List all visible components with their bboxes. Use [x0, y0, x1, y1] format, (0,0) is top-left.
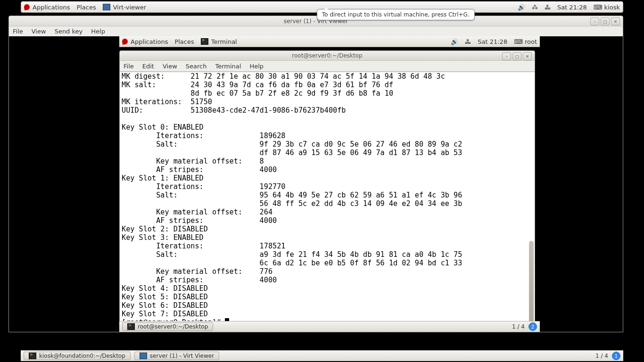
volume-icon[interactable]: 🔊: [451, 38, 458, 45]
clock[interactable]: Sat 21:28: [478, 38, 507, 45]
user-menu[interactable]: ⌨ kiosk: [594, 4, 620, 11]
places-label: Places: [76, 4, 96, 11]
maximize-button[interactable]: ▢: [512, 52, 521, 60]
terminal-window: root@server0:~/Desktop – ▢ ✕ File Edit V…: [119, 50, 535, 328]
active-app[interactable]: Virt-viewer: [103, 4, 146, 11]
terminal-icon: [127, 323, 135, 330]
menu-search[interactable]: Search: [186, 63, 207, 70]
minimize-button[interactable]: –: [590, 17, 599, 25]
bluetooth-icon[interactable]: ⁂: [532, 4, 538, 11]
guest-places-menu[interactable]: Places: [174, 38, 194, 45]
menu-view[interactable]: View: [32, 28, 46, 35]
keyboard-icon: ⌨: [514, 38, 523, 45]
network-icon[interactable]: 🖧: [465, 38, 471, 45]
guest-applications-menu[interactable]: Applications: [122, 38, 168, 45]
clock[interactable]: Sat 21:28: [557, 4, 587, 11]
redhat-icon: [122, 38, 128, 45]
virtview-menubar: File View Send key Help: [9, 26, 623, 37]
guest-display[interactable]: Applications Places Terminal 🔊 🖧 Sat 21:…: [9, 36, 623, 332]
menu-send-key[interactable]: Send key: [55, 28, 83, 35]
taskbar-item-terminal[interactable]: root@server0:~/Desktop: [122, 322, 213, 331]
terminal-icon: [29, 353, 36, 359]
monitor-icon: [140, 353, 147, 359]
redhat-icon: [24, 4, 30, 10]
taskbar-item-terminal[interactable]: kiosk@foundation0:~/Desktop: [24, 352, 131, 360]
host-taskbar: kiosk@foundation0:~/Desktop server (1) -…: [21, 350, 623, 361]
network-icon[interactable]: 🖧: [545, 4, 551, 11]
minimize-button[interactable]: –: [502, 52, 511, 60]
menu-help[interactable]: Help: [249, 63, 264, 70]
taskbar-item-virtviewer[interactable]: server (1) - Virt Viewer: [134, 352, 219, 360]
tooltip: To direct input to this virtual machine,…: [317, 9, 475, 20]
virt-viewer-window: server (1) - Virt Viewer – ▢ ✕ File View…: [8, 16, 623, 332]
menu-file[interactable]: File: [13, 28, 23, 35]
places-menu[interactable]: Places: [76, 4, 96, 11]
scrollbar[interactable]: [529, 72, 534, 328]
workspace-badge[interactable]: 1: [612, 352, 620, 360]
terminal-title: root@server0:~/Desktop: [292, 52, 362, 59]
applications-label: Applications: [33, 4, 70, 11]
menu-file[interactable]: File: [124, 63, 134, 70]
maximize-button[interactable]: ▢: [601, 17, 610, 25]
terminal-body: MK digest: 21 72 2f 1e ac 80 30 a1 90 03…: [122, 72, 462, 318]
terminal-titlebar[interactable]: root@server0:~/Desktop – ▢ ✕: [120, 51, 535, 61]
scrollbar-thumb[interactable]: [529, 241, 534, 328]
guest-taskbar: root@server0:~/Desktop 1 / 4 2: [119, 321, 540, 332]
workspace-indicator[interactable]: 1 / 4: [512, 323, 525, 330]
menu-view[interactable]: View: [163, 63, 177, 70]
volume-icon[interactable]: 🔊: [518, 4, 525, 11]
workspace-badge[interactable]: 2: [528, 322, 537, 331]
close-button[interactable]: ✕: [523, 52, 532, 60]
close-button[interactable]: ✕: [611, 17, 620, 25]
menu-terminal[interactable]: Terminal: [215, 63, 241, 70]
terminal-output[interactable]: MK digest: 21 72 2f 1e ac 80 30 a1 90 03…: [120, 72, 535, 328]
monitor-icon: [103, 4, 110, 10]
window-titlebar[interactable]: server (1) - Virt Viewer – ▢ ✕: [9, 16, 623, 26]
keyboard-icon: ⌨: [594, 4, 603, 11]
applications-menu[interactable]: Applications: [24, 4, 70, 11]
terminal-icon: [201, 38, 208, 45]
terminal-viewport[interactable]: MK digest: 21 72 2f 1e ac 80 30 a1 90 03…: [120, 72, 535, 328]
workspace-indicator[interactable]: 1 / 4: [595, 353, 608, 359]
terminal-menubar: File Edit View Search Terminal Help: [120, 61, 535, 72]
guest-active-app[interactable]: Terminal: [201, 38, 237, 45]
menu-edit[interactable]: Edit: [142, 63, 154, 70]
guest-gnome-panel: Applications Places Terminal 🔊 🖧 Sat 21:…: [119, 36, 540, 47]
menu-help[interactable]: Help: [91, 28, 105, 35]
user-menu[interactable]: ⌨ root: [514, 38, 537, 45]
active-app-label: Virt-viewer: [113, 4, 146, 11]
